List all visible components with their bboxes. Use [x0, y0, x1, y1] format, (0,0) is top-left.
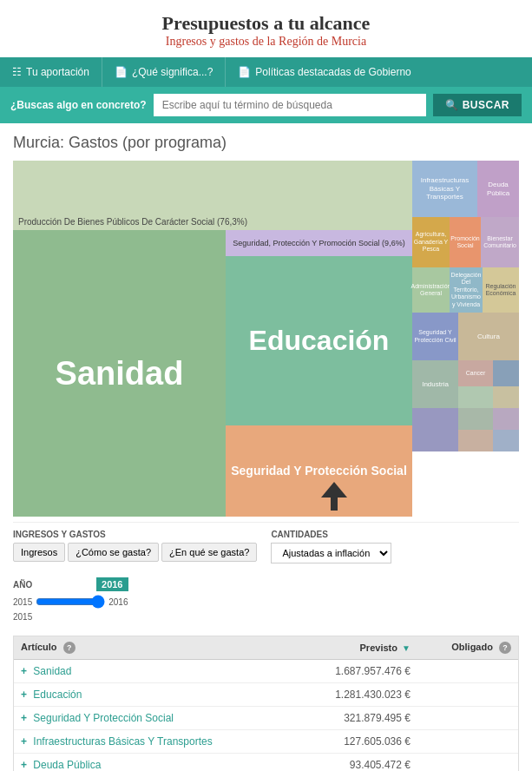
treemap-promocion[interactable]: Promoción Social [450, 217, 481, 267]
row-link-1[interactable]: Educación [33, 689, 82, 701]
treemap-small-r6a[interactable] [412, 408, 458, 451]
ingresos-gastos-group: INGRESOS Y GASTOS Ingresos ¿Cómo se gast… [13, 530, 257, 562]
table-row: + Deuda Pública 93.405.472 € [14, 754, 518, 772]
nav-label-politicas: Políticas destacadas de Gobierno [255, 66, 410, 78]
th-previsto-label: Previsto [360, 642, 397, 653]
nav-label-significa: ¿Qué significa...? [132, 66, 213, 78]
educacion-label: Educación [249, 325, 390, 357]
btn-en-que-gasta[interactable]: ¿En qué se gasta? [161, 543, 257, 562]
th-articulo-sort-icon[interactable]: ? [63, 642, 76, 654]
treemap-sanidad[interactable]: Sanidad [13, 230, 226, 517]
nav-item-politicas[interactable]: 📄 Políticas destacadas de Gobierno [226, 57, 423, 87]
th-articulo-label: Artículo [21, 642, 57, 652]
ingresos-buttons: Ingresos ¿Cómo se gasta? ¿En qué se gast… [13, 543, 257, 562]
year-badge: 2016 [96, 577, 128, 591]
treemap-small-r6c[interactable] [493, 408, 519, 430]
th-articulo: Artículo ? [14, 636, 295, 660]
treemap-regulacion[interactable]: Regulación Económica [483, 267, 519, 313]
search-button[interactable]: 🔍 BUSCAR [433, 94, 522, 116]
table-row: + Educación 1.281.430.023 € [14, 683, 518, 707]
cantidades-group: CANTIDADES Ajustadas a inflación [271, 530, 391, 563]
row-link-2[interactable]: Seguridad Y Protección Social [33, 712, 174, 724]
treemap-small-bottom2[interactable] [458, 386, 493, 408]
th-obligado-icon[interactable]: ? [499, 642, 511, 654]
treemap-small-bottom3[interactable] [493, 386, 519, 408]
search-input[interactable] [154, 94, 427, 116]
td-articulo-3: + Infraestructuras Básicas Y Transportes [14, 730, 295, 754]
bienestar-label: Bienestar Comunitario [481, 234, 519, 251]
promocion-label: Promoción Social [450, 234, 481, 251]
treemap-deuda-top[interactable]: Deuda Pública [477, 161, 519, 217]
year-slider[interactable] [36, 595, 105, 609]
td-articulo-1: + Educación [14, 683, 295, 707]
page-main-title: Presupuestos a tu alcance [9, 12, 523, 35]
infra-label: Infraestructuras Básicas Y Transportes [412, 175, 477, 203]
delegacion-label: Delegación Del Territorio, Urbanismo y V… [450, 271, 483, 309]
treemap-bienestar[interactable]: Bienestar Comunitario [481, 217, 519, 267]
row-expand-icon-0[interactable]: + [21, 665, 27, 677]
treemap-cancer[interactable]: Cancer [458, 360, 493, 386]
arrow-up-container [321, 482, 347, 512]
treemap-small-r7a[interactable] [458, 430, 493, 451]
year-min-label: 2015 [13, 597, 32, 607]
td-obligado-2 [417, 707, 518, 730]
header: Presupuestos a tu alcance Ingresos y gas… [0, 0, 532, 57]
td-obligado-0 [417, 660, 518, 683]
th-obligado: Obligado ? [417, 636, 518, 660]
td-previsto-0: 1.687.957.476 € [295, 660, 417, 683]
seg-civil-label: Seguridad Y Protección Civil [412, 328, 458, 345]
cantidades-select[interactable]: Ajustadas a inflación [271, 543, 391, 563]
table-row: + Seguridad Y Protección Social 321.879.… [14, 707, 518, 730]
production-label: Producción De Bienes Públicos De Carácte… [13, 217, 253, 227]
td-obligado-4 [417, 754, 518, 772]
search-button-label: BUSCAR [463, 99, 509, 111]
row-expand-icon-4[interactable]: + [21, 759, 27, 771]
treemap-cultura[interactable]: Cultura [458, 313, 519, 360]
treemap-seguridad[interactable]: Seguridad Y Protección Social [226, 425, 412, 517]
td-articulo-0: + Sanidad [14, 660, 295, 683]
nav-item-aportacion[interactable]: ☷ Tu aportación [0, 57, 102, 87]
treemap-small-bottom1[interactable] [493, 360, 519, 386]
btn-ingresos[interactable]: Ingresos [13, 543, 65, 562]
th-obligado-label: Obligado [451, 642, 493, 652]
treemap-small-r7b[interactable] [493, 430, 519, 451]
treemap-admin[interactable]: Administración General [412, 267, 450, 313]
treemap-delegacion[interactable]: Delegación Del Territorio, Urbanismo y V… [450, 267, 483, 313]
td-previsto-1: 1.281.430.023 € [295, 683, 417, 707]
search-bar: ¿Buscas algo en concreto? 🔍 BUSCAR [0, 87, 532, 123]
seguridad-bar: Seguridad, Protección Y Promoción Social… [226, 230, 412, 256]
treemap-agricultura[interactable]: Agricultura, Ganadería Y Pesca [412, 217, 450, 267]
table-row: + Sanidad 1.687.957.476 € [14, 660, 518, 683]
treemap-small-r6b[interactable] [458, 408, 493, 430]
deuda-label: Deuda Pública [477, 179, 519, 199]
seguridad-bar-label: Seguridad, Protección Y Promoción Social… [233, 239, 404, 248]
treemap-industria[interactable]: Industria [412, 360, 458, 408]
page-title: Murcia: Gastos (por programa) [13, 134, 519, 152]
row-expand-icon-2[interactable]: + [21, 712, 27, 724]
nav-bar: ☷ Tu aportación 📄 ¿Qué significa...? 📄 P… [0, 57, 532, 87]
row-expand-icon-1[interactable]: + [21, 689, 27, 701]
btn-como-gasta[interactable]: ¿Cómo se gasta? [68, 543, 159, 562]
nav-item-significa[interactable]: 📄 ¿Qué significa...? [102, 57, 226, 87]
year-slider-row: 2015 2016 [13, 595, 128, 609]
treemap-seg-civil[interactable]: Seguridad Y Protección Civil [412, 313, 458, 360]
nav-label-aportacion: Tu aportación [26, 66, 89, 78]
treemap-infra-top[interactable]: Infraestructuras Básicas Y Transportes [412, 161, 477, 217]
table-container: Artículo ? Previsto ▼ Obligado ? [13, 636, 519, 771]
td-previsto-4: 93.405.472 € [295, 754, 417, 772]
year-max-label: 2016 [108, 597, 128, 607]
arrow-up-icon [321, 482, 347, 512]
row-link-0[interactable]: Sanidad [33, 665, 71, 677]
admin-label: Administración General [410, 282, 452, 299]
row-expand-icon-3[interactable]: + [21, 735, 27, 748]
row-link-3[interactable]: Infraestructuras Básicas Y Transportes [33, 735, 212, 748]
treemap-educacion[interactable]: Educación [226, 256, 412, 425]
row-link-4[interactable]: Deuda Pública [33, 759, 101, 771]
agricultura-label: Agricultura, Ganadería Y Pesca [412, 230, 450, 254]
year-slider-bottom-label: 2015 [13, 612, 128, 622]
nav-icon-aportacion: ☷ [12, 66, 22, 78]
nav-icon-politicas: 📄 [238, 66, 251, 78]
data-table: Artículo ? Previsto ▼ Obligado ? [14, 636, 518, 771]
cantidades-label: CANTIDADES [271, 530, 391, 539]
th-previsto-arrow[interactable]: ▼ [402, 643, 410, 653]
